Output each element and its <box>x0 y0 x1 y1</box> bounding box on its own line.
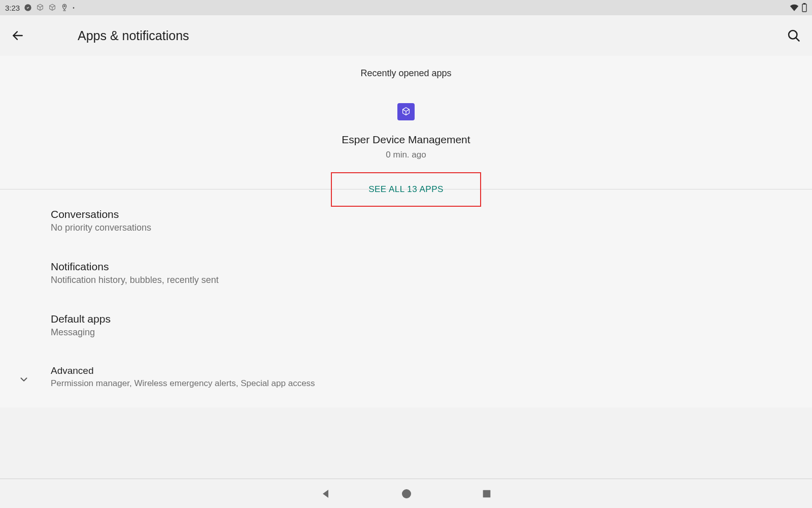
recently-opened-header: Recently opened apps <box>0 68 812 79</box>
advanced-subtitle: Permission manager, Wireless emergency a… <box>51 378 812 389</box>
status-time: 3:23 <box>5 4 20 12</box>
status-bar: 3:23 • <box>0 0 812 15</box>
conversations-title: Conversations <box>51 208 812 220</box>
recent-app-item[interactable]: Esper Device Management 0 min. ago <box>0 103 812 160</box>
battery-icon <box>802 3 807 12</box>
svg-line-7 <box>796 38 799 41</box>
nav-recent-button[interactable] <box>481 488 492 499</box>
arrow-left-icon <box>11 29 24 42</box>
app-icon <box>397 103 415 120</box>
conversations-subtitle: No priority conversations <box>51 223 812 233</box>
triangle-left-icon <box>320 488 332 500</box>
conversations-item[interactable]: Conversations No priority conversations <box>0 201 812 241</box>
circle-icon <box>400 488 413 500</box>
check-circle-icon <box>24 4 32 12</box>
header-bar: Apps & notifications <box>0 15 812 56</box>
status-right-group <box>790 3 807 12</box>
esper-cube-icon <box>400 106 412 117</box>
wifi-icon <box>790 4 799 11</box>
notifications-subtitle: Notification history, bubbles, recently … <box>51 275 812 285</box>
status-left-group: 3:23 • <box>5 4 75 12</box>
nav-home-button[interactable] <box>400 488 413 500</box>
svg-rect-3 <box>802 4 806 12</box>
default-apps-title: Default apps <box>51 313 812 325</box>
svg-point-1 <box>64 6 65 7</box>
notifications-title: Notifications <box>51 261 812 273</box>
search-button[interactable] <box>787 28 801 43</box>
cube-icon <box>36 4 44 12</box>
page-title: Apps & notifications <box>78 28 189 43</box>
default-apps-item[interactable]: Default apps Messaging <box>0 305 812 345</box>
dot-icon: • <box>73 5 75 11</box>
nav-back-button[interactable] <box>320 488 332 500</box>
square-icon <box>481 488 492 499</box>
advanced-item[interactable]: Advanced Permission manager, Wireless em… <box>0 358 812 396</box>
app-name: Esper Device Management <box>342 134 470 146</box>
app-time: 0 min. ago <box>386 150 426 160</box>
notifications-item[interactable]: Notifications Notification history, bubb… <box>0 253 812 293</box>
navigation-bar <box>0 479 812 508</box>
cube-icon <box>48 4 56 12</box>
svg-point-8 <box>402 489 411 498</box>
svg-rect-9 <box>483 490 491 497</box>
location-icon <box>60 4 69 12</box>
back-button[interactable] <box>11 29 24 42</box>
default-apps-subtitle: Messaging <box>51 327 812 338</box>
content-area: Recently opened apps Esper Device Manage… <box>0 56 812 407</box>
settings-list: Conversations No priority conversations … <box>0 189 812 407</box>
svg-rect-4 <box>804 3 805 4</box>
advanced-title: Advanced <box>51 365 812 376</box>
search-icon <box>787 28 801 43</box>
chevron-down-icon <box>18 374 29 387</box>
header-left-group: Apps & notifications <box>11 28 189 43</box>
